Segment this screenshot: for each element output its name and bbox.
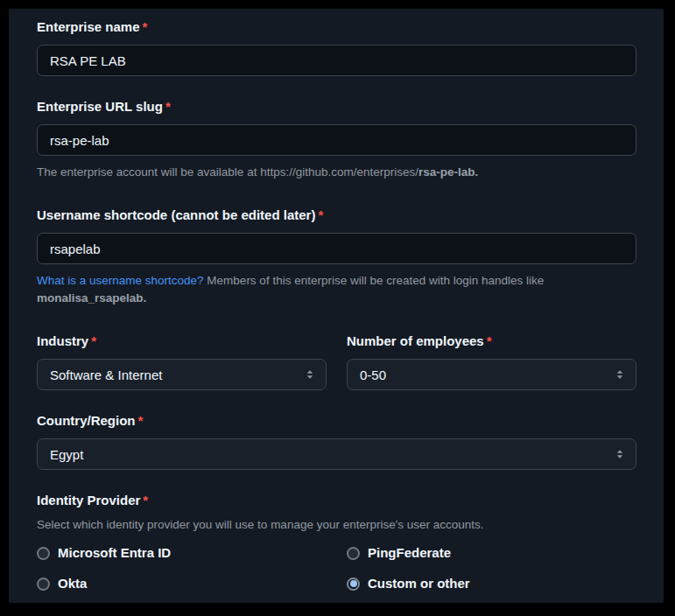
- field-employees: Number of employees* 0-50: [347, 333, 636, 390]
- shortcode-label: Username shortcode (cannot be edited lat…: [37, 207, 636, 222]
- field-identity-provider: Identity Provider* Select which identity…: [37, 493, 636, 592]
- radio-option-label: Custom or other: [368, 576, 470, 592]
- shortcode-help-bold: monalisa_rsapelab.: [37, 291, 146, 304]
- country-select[interactable]: Egypt: [37, 438, 636, 470]
- required-asterisk: *: [143, 493, 148, 508]
- field-industry: Industry* Software & Internet: [37, 333, 327, 390]
- shortcode-label-text: Username shortcode (cannot be edited lat…: [37, 207, 315, 222]
- idp-description: Select which identity provider you will …: [37, 517, 636, 533]
- radio-option-label: Microsoft Entra ID: [58, 545, 171, 561]
- select-caret-icon: [304, 368, 316, 381]
- idp-label-text: Identity Provider: [37, 493, 140, 508]
- enterprise-form-panel: Enterprise name* Enterprise URL slug* Th…: [9, 9, 664, 603]
- required-asterisk: *: [143, 19, 148, 34]
- shortcode-help-link[interactable]: What is a username shortcode?: [37, 274, 204, 287]
- radio-option-label: Okta: [58, 576, 87, 592]
- field-shortcode: Username shortcode (cannot be edited lat…: [37, 207, 636, 307]
- industry-select-value: Software & Internet: [50, 368, 162, 382]
- shortcode-help: What is a username shortcode? Members of…: [37, 272, 636, 307]
- industry-select[interactable]: Software & Internet: [37, 359, 327, 390]
- required-asterisk: *: [165, 99, 171, 114]
- country-select-value: Egypt: [50, 447, 83, 462]
- country-label: Country/Region*: [37, 413, 636, 428]
- idp-options: Microsoft Entra ID PingFederate Okta Cus…: [37, 545, 636, 592]
- radio-button[interactable]: [347, 547, 360, 560]
- employees-label-text: Number of employees: [347, 333, 484, 348]
- radio-button[interactable]: [37, 578, 50, 591]
- employees-label: Number of employees*: [347, 333, 636, 348]
- shortcode-input[interactable]: [37, 233, 636, 264]
- radio-option-pingfederate[interactable]: PingFederate: [347, 545, 636, 561]
- enterprise-name-label-text: Enterprise name: [37, 19, 140, 34]
- select-caret-icon: [614, 448, 626, 460]
- enterprise-name-label: Enterprise name*: [37, 19, 636, 34]
- radio-option-custom-or-other[interactable]: Custom or other: [347, 576, 636, 592]
- url-slug-help: The enterprise account will be available…: [37, 164, 636, 181]
- radio-button[interactable]: [37, 547, 50, 560]
- radio-option-okta[interactable]: Okta: [37, 576, 327, 592]
- field-country: Country/Region* Egypt: [37, 413, 636, 470]
- required-asterisk: *: [91, 333, 96, 348]
- industry-employees-row: Industry* Software & Internet Number of …: [37, 333, 636, 390]
- radio-option-microsoft-entra-id[interactable]: Microsoft Entra ID: [37, 545, 327, 561]
- field-enterprise-name: Enterprise name*: [37, 19, 636, 76]
- country-label-text: Country/Region: [37, 413, 136, 428]
- required-asterisk: *: [138, 413, 144, 428]
- url-slug-input[interactable]: [37, 124, 636, 156]
- employees-select[interactable]: 0-50: [347, 359, 636, 390]
- url-slug-help-text: The enterprise account will be available…: [37, 165, 418, 178]
- radio-button[interactable]: [347, 578, 360, 591]
- shortcode-help-text: Members of this enterprise will be creat…: [204, 274, 545, 287]
- select-caret-icon: [614, 368, 626, 381]
- radio-option-label: PingFederate: [368, 545, 451, 561]
- required-asterisk: *: [487, 333, 492, 348]
- url-slug-help-bold: rsa-pe-lab.: [418, 165, 478, 178]
- enterprise-name-input[interactable]: [37, 45, 636, 76]
- field-url-slug: Enterprise URL slug* The enterprise acco…: [37, 99, 636, 181]
- url-slug-label: Enterprise URL slug*: [37, 99, 636, 114]
- industry-label-text: Industry: [37, 333, 88, 348]
- required-asterisk: *: [318, 207, 323, 222]
- url-slug-label-text: Enterprise URL slug: [37, 99, 163, 114]
- idp-label: Identity Provider*: [37, 493, 636, 508]
- employees-select-value: 0-50: [360, 368, 386, 382]
- industry-label: Industry*: [37, 333, 327, 348]
